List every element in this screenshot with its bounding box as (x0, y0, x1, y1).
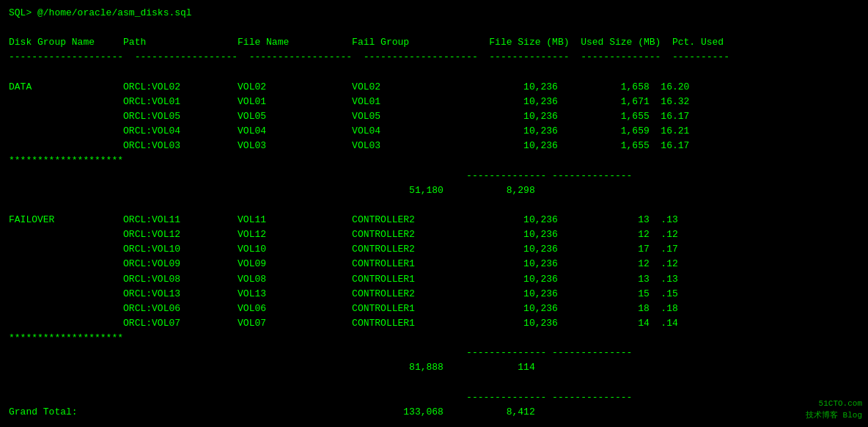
table-row: FAILOVER ORCL:VOL11 VOL11 CONTROLLER2 10… (9, 213, 859, 227)
failover-rows: FAILOVER ORCL:VOL11 VOL11 CONTROLLER2 10… (9, 213, 859, 331)
grand-sep: -------------- -------------- (9, 390, 859, 405)
table-row: ORCL:VOL05 VOL05 VOL05 10,236 1,655 16.1… (9, 109, 859, 124)
table-row: ORCL:VOL04 VOL04 VOL04 10,236 1,659 16.2… (9, 124, 859, 139)
blank5 (9, 420, 859, 427)
failover-subtotal-sep: -------------- -------------- (9, 346, 859, 360)
blank2 (9, 65, 859, 80)
failover-stars: ******************** (9, 331, 859, 346)
table-row: ORCL:VOL03 VOL03 VOL03 10,236 1,655 16.1… (9, 139, 859, 153)
data-subtotal: 51,180 8,298 (9, 183, 859, 198)
data-stars: ******************** (9, 153, 859, 168)
terminal: SQL> @/home/oracle/asm_disks.sql Disk Gr… (9, 6, 859, 427)
table-row: DATA ORCL:VOL02 VOL02 VOL02 10,236 1,658… (9, 80, 859, 95)
table-row: ORCL:VOL12 VOL12 CONTROLLER2 10,236 12 .… (9, 227, 859, 242)
table-row: ORCL:VOL09 VOL09 CONTROLLER1 10,236 12 .… (9, 257, 859, 271)
data-rows: DATA ORCL:VOL02 VOL02 VOL02 10,236 1,658… (9, 80, 859, 154)
table-row: ORCL:VOL10 VOL10 CONTROLLER2 10,236 17 .… (9, 242, 859, 257)
grand-total: Grand Total: 133,068 8,412 (9, 405, 859, 420)
table-row: ORCL:VOL06 VOL06 CONTROLLER1 10,236 18 .… (9, 302, 859, 316)
watermark: 51CTO.com 技术博客 Blog (806, 398, 862, 421)
blank3 (9, 198, 859, 213)
header-separator: -------------------- ------------------ … (9, 50, 859, 65)
table-row: ORCL:VOL13 VOL13 CONTROLLER2 10,236 15 .… (9, 287, 859, 302)
blank4 (9, 376, 859, 390)
table-row: ORCL:VOL08 VOL08 CONTROLLER1 10,236 13 .… (9, 272, 859, 287)
table-row: ORCL:VOL01 VOL01 VOL01 10,236 1,671 16.3… (9, 95, 859, 109)
watermark-line1: 51CTO.com (806, 398, 862, 409)
data-subtotal-sep: -------------- -------------- (9, 169, 859, 183)
sql-prompt: SQL> @/home/oracle/asm_disks.sql (9, 6, 859, 21)
blank1 (9, 21, 859, 35)
table-row: ORCL:VOL07 VOL07 CONTROLLER1 10,236 14 .… (9, 316, 859, 331)
table-header: Disk Group Name Path File Name Fail Grou… (9, 35, 859, 50)
failover-subtotal: 81,888 114 (9, 360, 859, 375)
watermark-line2: 技术博客 Blog (806, 410, 862, 421)
